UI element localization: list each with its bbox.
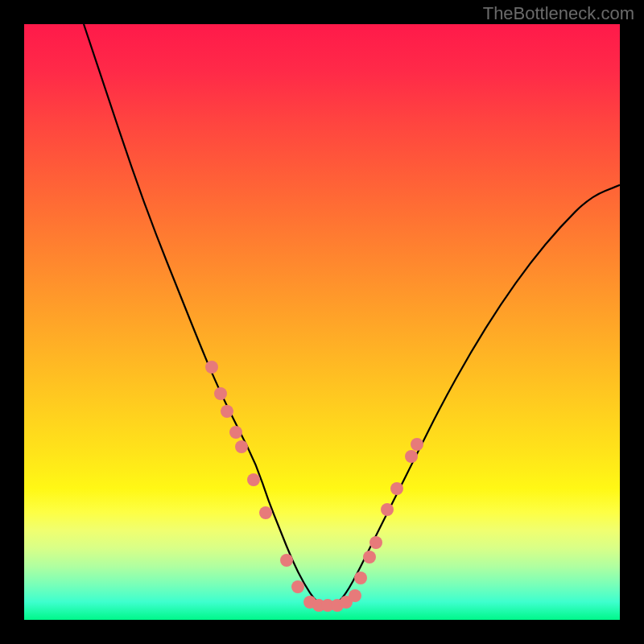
- chart-marker: [247, 473, 260, 486]
- chart-marker: [381, 503, 394, 516]
- chart-marker: [291, 580, 304, 593]
- chart-marker: [405, 450, 418, 463]
- chart-marker: [390, 482, 403, 495]
- chart-marker: [369, 536, 382, 549]
- chart-curve-svg: [24, 24, 620, 620]
- chart-plot-area: [24, 24, 620, 620]
- chart-marker: [221, 405, 233, 418]
- chart-marker: [363, 551, 376, 564]
- chart-marker: [214, 387, 227, 400]
- chart-marker: [354, 572, 367, 584]
- chart-marker: [205, 361, 218, 374]
- watermark-text: TheBottleneck.com: [483, 3, 634, 24]
- chart-marker: [235, 440, 248, 453]
- chart-curve: [84, 24, 620, 606]
- chart-marker: [280, 554, 293, 567]
- chart-marker: [259, 506, 272, 519]
- chart-marker: [349, 589, 361, 602]
- chart-marker: [229, 426, 242, 439]
- chart-marker: [411, 438, 423, 451]
